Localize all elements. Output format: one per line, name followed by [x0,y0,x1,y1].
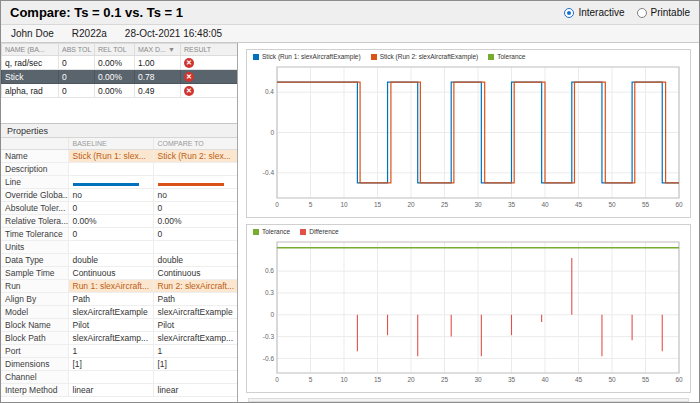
legend-item: Stick (Run 1: slexAircraftExample) [253,53,361,60]
property-row: Sample TimeContinuousContinuous [1,267,237,280]
legend-item: Difference [300,228,339,235]
property-baseline-value: no [68,189,153,202]
legend-swatch-icon [371,54,377,60]
svg-text:0: 0 [270,311,274,318]
property-label: Interp Method [1,384,68,397]
property-label: Port [1,345,68,358]
view-option-interactive[interactable]: Interactive [564,7,624,18]
signal-chart-box: Stick (Run 1: slexAircraftExample)Stick … [246,49,691,218]
property-baseline-value [68,176,153,189]
signal-max-diff: 0.78 [135,70,181,84]
svg-text:25: 25 [441,376,449,383]
property-compare-value: no [153,189,237,202]
property-baseline-value [68,241,153,254]
property-compare-value: 0 [153,202,237,215]
legend-label: Tolerance [497,53,525,60]
left-panel: NAME (BA...ABS TOLREL TOLMAX D... ▼RESUL… [1,43,238,402]
meta-bar: John Doe R2022a 28-Oct-2021 16:48:05 [1,25,699,43]
release-label: R2022a [72,28,107,39]
property-compare-value: Pilot [153,319,237,332]
sig-col-abs-tol[interactable]: ABS TOL [59,44,95,56]
sig-col-result[interactable]: RESULT [181,44,238,56]
property-compare-value: [1] [153,358,237,371]
fail-icon: ✕ [184,86,194,96]
prop-col-compare-to: COMPARE TO [153,138,237,150]
properties-table: BASELINECOMPARE TO NameStick (Run 1: sle… [1,138,237,397]
svg-text:55: 55 [642,201,650,208]
property-baseline-value: Stick (Run 1: slex... [68,150,153,163]
property-row: ModelslexAircraftExampleslexAircraftExam… [1,306,237,319]
baseline-line-swatch [73,183,139,186]
svg-text:45: 45 [575,376,583,383]
legend-item: Stick (Run 2: slexAircraftExample) [371,53,479,60]
main-area: NAME (BA...ABS TOLREL TOLMAX D... ▼RESUL… [1,43,699,402]
property-row: Interp Methodlinearlinear [1,384,237,397]
svg-text:20: 20 [407,376,415,383]
difference-plot[interactable]: 0510152025303540455055600.60.30-0.3-0.6 [251,237,685,387]
property-baseline-value: slexAircraftExamp... [68,332,153,345]
sig-col-name[interactable]: NAME (BA... [2,44,59,56]
property-baseline-value: Path [68,293,153,306]
signal-row[interactable]: alpha, rad00.00%0.49✕ [2,84,238,98]
properties-section-header[interactable]: Properties [1,123,237,138]
property-label: Time Tolerance [1,228,68,241]
property-compare-value [153,371,237,384]
fail-icon: ✕ [184,58,194,68]
property-label: Absolute Toler... [1,202,68,215]
property-row: Description [1,163,237,176]
property-baseline-value: double [68,254,153,267]
property-label: Run [1,280,68,293]
legend-swatch-icon [253,229,259,235]
property-baseline-value: [1] [68,358,153,371]
signal-chart-legend: Stick (Run 1: slexAircraftExample)Stick … [253,53,686,60]
svg-text:55: 55 [642,376,650,383]
legend-label: Stick (Run 2: slexAircraftExample) [380,53,479,60]
svg-text:30: 30 [474,376,482,383]
signal-plot[interactable]: 0510152025303540455055600.40-0.4 [251,62,685,212]
property-row: Channel [1,371,237,384]
property-compare-value: Continuous [153,267,237,280]
signal-abs-tol: 0 [59,56,95,70]
property-compare-value: Run 2: slexAircraft... [153,280,237,293]
signal-abs-tol: 0 [59,84,95,98]
view-option-printable[interactable]: Printable [637,7,690,18]
property-compare-value: 0.00% [153,215,237,228]
prop-col-baseline: BASELINE [68,138,153,150]
property-label: Line [1,176,68,189]
svg-text:10: 10 [340,201,348,208]
property-row: NameStick (Run 1: slex...Stick (Run 2: s… [1,150,237,163]
svg-text:35: 35 [508,201,516,208]
property-compare-value: double [153,254,237,267]
view-toggle-group: InteractivePrintable [564,7,690,18]
fail-icon: ✕ [184,72,194,82]
signals-table-area: NAME (BA...ABS TOLREL TOLMAX D... ▼RESUL… [1,43,237,123]
signal-row[interactable]: q, rad/sec00.00%1.00✕ [2,56,238,70]
svg-text:-0.6: -0.6 [263,355,275,362]
property-label: Block Name [1,319,68,332]
signal-name: alpha, rad [2,84,59,98]
property-label: Model [1,306,68,319]
difference-chart-box: ToleranceDifference 05101520253035404550… [246,224,691,393]
properties-table-area: BASELINECOMPARE TO NameStick (Run 1: sle… [1,138,237,402]
property-compare-value: slexAircraftExamp... [153,332,237,345]
signal-rel-tol: 0.00% [95,84,135,98]
properties-title: Properties [7,126,48,136]
sig-col-rel-tol[interactable]: REL TOL [95,44,135,56]
property-baseline-value: Run 1: slexAircraft... [68,280,153,293]
signal-row[interactable]: Stick00.00%0.78✕ [2,70,238,84]
legend-label: Tolerance [262,228,290,235]
property-row: Line [1,176,237,189]
svg-text:25: 25 [441,201,449,208]
svg-text:60: 60 [675,201,683,208]
svg-text:-0.3: -0.3 [263,333,275,340]
horizontal-scrollbar[interactable] [248,398,689,402]
property-row: Port11 [1,345,237,358]
signal-name: q, rad/sec [2,56,59,70]
compare-line-swatch [158,183,224,186]
sig-col-max-diff[interactable]: MAX D... ▼ [135,44,181,56]
property-baseline-value [68,163,153,176]
svg-text:0.4: 0.4 [265,88,274,95]
svg-text:10: 10 [340,376,348,383]
property-compare-value: Path [153,293,237,306]
property-baseline-value: Pilot [68,319,153,332]
